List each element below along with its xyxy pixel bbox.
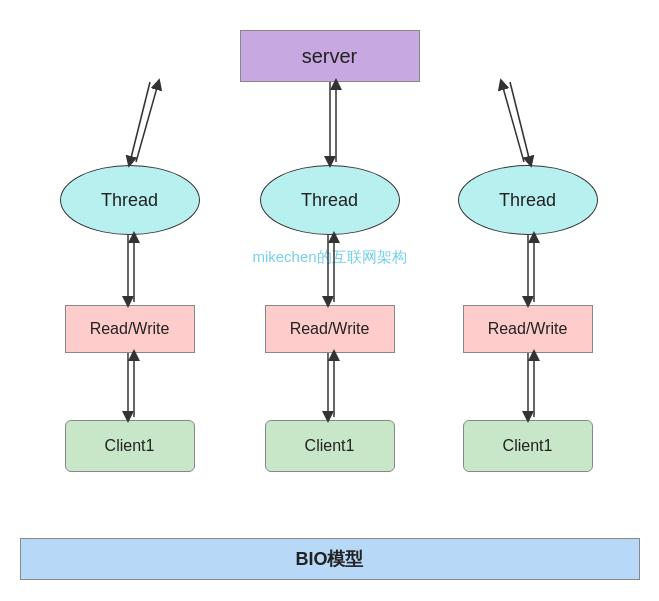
server-label: server <box>302 45 358 68</box>
server-box: server <box>240 30 420 82</box>
rw-label-left: Read/Write <box>90 320 170 338</box>
watermark: mikechen的互联网架构 <box>252 248 406 267</box>
thread-label-right: Thread <box>499 190 556 211</box>
rw-box-left: Read/Write <box>65 305 195 353</box>
rw-box-center: Read/Write <box>265 305 395 353</box>
thread-ellipse-right: Thread <box>458 165 598 235</box>
bio-label: BIO模型 <box>295 547 363 571</box>
diagram-container: server Thread Thread Thread Read/Write R… <box>10 20 650 590</box>
svg-line-1 <box>136 84 158 162</box>
client-box-right: Client1 <box>463 420 593 472</box>
client-label-center: Client1 <box>305 437 355 455</box>
svg-line-5 <box>502 84 524 162</box>
thread-label-center: Thread <box>301 190 358 211</box>
thread-ellipse-center: Thread <box>260 165 400 235</box>
client-box-center: Client1 <box>265 420 395 472</box>
client-label-right: Client1 <box>503 437 553 455</box>
rw-label-center: Read/Write <box>290 320 370 338</box>
rw-label-right: Read/Write <box>488 320 568 338</box>
rw-box-right: Read/Write <box>463 305 593 353</box>
client-box-left: Client1 <box>65 420 195 472</box>
bio-bar: BIO模型 <box>20 538 640 580</box>
client-label-left: Client1 <box>105 437 155 455</box>
svg-line-0 <box>130 82 150 162</box>
thread-ellipse-left: Thread <box>60 165 200 235</box>
svg-line-4 <box>510 82 530 162</box>
thread-label-left: Thread <box>101 190 158 211</box>
